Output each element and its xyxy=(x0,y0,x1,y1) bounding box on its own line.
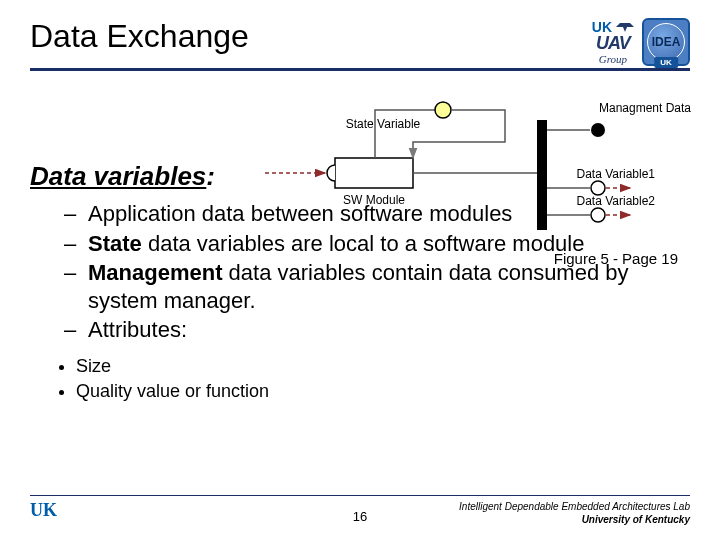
state-variable-label: State Variable xyxy=(346,117,421,131)
header-divider xyxy=(30,68,690,71)
list-item: Management data variables contain data c… xyxy=(64,259,690,314)
footer: UK Intelligent Dependable Embedded Archi… xyxy=(30,495,690,526)
sub-bullet-list: Size Quality value or function xyxy=(76,354,690,404)
svg-point-3 xyxy=(435,102,451,118)
architecture-diagram: SW Module State Variable Managment Data … xyxy=(275,80,705,260)
lab-line: Intelligent Dependable Embedded Architec… xyxy=(459,500,690,513)
uk-text: UK xyxy=(592,20,612,34)
svg-point-8 xyxy=(591,123,605,137)
bullet-3-bold: Management xyxy=(88,260,222,285)
svg-point-10 xyxy=(591,181,605,195)
svg-rect-2 xyxy=(335,158,413,188)
bullet-4: Attributes: xyxy=(88,317,187,342)
management-data-label: Managment Data xyxy=(599,101,691,115)
idea-text: IDEA xyxy=(652,35,681,49)
svg-marker-0 xyxy=(616,23,634,27)
list-item: Size xyxy=(76,354,690,379)
lab-name: Intelligent Dependable Embedded Architec… xyxy=(459,500,690,526)
sub-2: Quality value or function xyxy=(76,381,269,401)
uav-plane-icon xyxy=(616,22,634,32)
uk-uav-logo: UK UAV Group xyxy=(592,20,634,65)
bullet-2-bold: State xyxy=(88,231,142,256)
list-item: Quality value or function xyxy=(76,379,690,404)
data-variable2-label: Data Variable2 xyxy=(577,194,656,208)
list-item: Attributes: xyxy=(64,316,690,344)
svg-marker-1 xyxy=(623,27,627,32)
slide: Data Exchange UK UAV Group IDEA UK xyxy=(0,0,720,540)
heading-underlined: Data variables xyxy=(30,161,206,191)
uav-text: UAV xyxy=(596,34,630,52)
figure-caption: Figure 5 - Page 19 xyxy=(554,250,678,267)
heading-colon: : xyxy=(206,161,215,191)
page-title: Data Exchange xyxy=(30,18,249,65)
data-variable1-label: Data Variable1 xyxy=(577,167,656,181)
uk-footer-logo: UK xyxy=(30,500,57,521)
idea-logo: IDEA UK xyxy=(642,18,690,66)
footer-divider xyxy=(30,495,690,496)
svg-rect-5 xyxy=(537,120,547,230)
sw-module-label: SW Module xyxy=(343,193,405,207)
svg-point-13 xyxy=(591,208,605,222)
sub-1: Size xyxy=(76,356,111,376)
uk-tab: UK xyxy=(654,57,678,68)
header-logos: UK UAV Group IDEA UK xyxy=(592,18,690,66)
group-text: Group xyxy=(599,54,627,65)
header: Data Exchange UK UAV Group IDEA UK xyxy=(30,18,690,66)
university-line: University of Kentucky xyxy=(459,513,690,526)
